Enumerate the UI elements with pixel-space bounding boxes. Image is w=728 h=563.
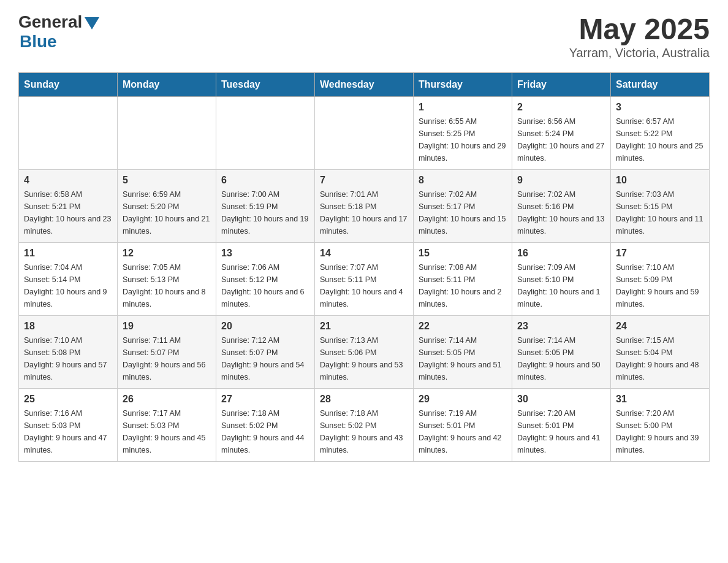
- logo-general-text: General: [18, 12, 82, 32]
- day-info: Sunrise: 7:14 AMSunset: 5:05 PMDaylight:…: [419, 334, 507, 383]
- day-number: 3: [616, 102, 704, 113]
- day-number: 23: [517, 321, 605, 332]
- calendar-cell: 24Sunrise: 7:15 AMSunset: 5:04 PMDayligh…: [611, 316, 710, 389]
- day-number: 19: [123, 321, 211, 332]
- day-info: Sunrise: 7:20 AMSunset: 5:00 PMDaylight:…: [616, 407, 704, 456]
- month-year-title: May 2025: [569, 12, 710, 46]
- calendar-cell: 16Sunrise: 7:09 AMSunset: 5:10 PMDayligh…: [512, 243, 611, 316]
- calendar-day-header: Tuesday: [216, 73, 315, 97]
- day-info: Sunrise: 7:17 AMSunset: 5:03 PMDaylight:…: [123, 407, 211, 456]
- calendar-cell: 1Sunrise: 6:55 AMSunset: 5:25 PMDaylight…: [414, 97, 512, 170]
- day-number: 14: [320, 248, 408, 259]
- logo-triangle-icon: [85, 17, 99, 29]
- calendar-cell: 18Sunrise: 7:10 AMSunset: 5:08 PMDayligh…: [19, 316, 118, 389]
- day-number: 18: [24, 321, 112, 332]
- calendar-cell: 25Sunrise: 7:16 AMSunset: 5:03 PMDayligh…: [19, 389, 118, 462]
- day-info: Sunrise: 7:16 AMSunset: 5:03 PMDaylight:…: [24, 407, 112, 456]
- day-info: Sunrise: 7:08 AMSunset: 5:11 PMDaylight:…: [419, 261, 507, 310]
- calendar-week-row: 11Sunrise: 7:04 AMSunset: 5:14 PMDayligh…: [19, 243, 710, 316]
- calendar-cell: 5Sunrise: 6:59 AMSunset: 5:20 PMDaylight…: [118, 170, 216, 243]
- day-number: 29: [419, 394, 507, 405]
- calendar-table: SundayMondayTuesdayWednesdayThursdayFrid…: [18, 72, 710, 462]
- day-number: 15: [419, 248, 507, 259]
- day-number: 22: [419, 321, 507, 332]
- day-number: 28: [320, 394, 408, 405]
- calendar-cell: 30Sunrise: 7:20 AMSunset: 5:01 PMDayligh…: [512, 389, 611, 462]
- calendar-cell: 2Sunrise: 6:56 AMSunset: 5:24 PMDaylight…: [512, 97, 611, 170]
- calendar-cell: [118, 97, 216, 170]
- day-info: Sunrise: 7:18 AMSunset: 5:02 PMDaylight:…: [221, 407, 309, 456]
- calendar-cell: 19Sunrise: 7:11 AMSunset: 5:07 PMDayligh…: [118, 316, 216, 389]
- day-number: 26: [123, 394, 211, 405]
- calendar-cell: [216, 97, 315, 170]
- day-info: Sunrise: 7:03 AMSunset: 5:15 PMDaylight:…: [616, 188, 704, 237]
- day-info: Sunrise: 7:13 AMSunset: 5:06 PMDaylight:…: [320, 334, 408, 383]
- day-info: Sunrise: 7:15 AMSunset: 5:04 PMDaylight:…: [616, 334, 704, 383]
- day-number: 12: [123, 248, 211, 259]
- calendar-day-header: Monday: [118, 73, 216, 97]
- day-info: Sunrise: 7:20 AMSunset: 5:01 PMDaylight:…: [517, 407, 605, 456]
- day-number: 6: [221, 175, 309, 186]
- calendar-cell: 11Sunrise: 7:04 AMSunset: 5:14 PMDayligh…: [19, 243, 118, 316]
- day-info: Sunrise: 7:18 AMSunset: 5:02 PMDaylight:…: [320, 407, 408, 456]
- calendar-day-header: Wednesday: [315, 73, 414, 97]
- calendar-cell: [19, 97, 118, 170]
- day-number: 8: [419, 175, 507, 186]
- day-number: 13: [221, 248, 309, 259]
- day-number: 16: [517, 248, 605, 259]
- calendar-cell: 3Sunrise: 6:57 AMSunset: 5:22 PMDaylight…: [611, 97, 710, 170]
- logo: General Blue: [18, 12, 99, 52]
- day-number: 30: [517, 394, 605, 405]
- day-info: Sunrise: 6:59 AMSunset: 5:20 PMDaylight:…: [123, 188, 211, 237]
- day-info: Sunrise: 7:10 AMSunset: 5:08 PMDaylight:…: [24, 334, 112, 383]
- day-number: 4: [24, 175, 112, 186]
- calendar-day-header: Saturday: [611, 73, 710, 97]
- calendar-day-header: Thursday: [414, 73, 512, 97]
- location-subtitle: Yarram, Victoria, Australia: [569, 46, 710, 60]
- calendar-cell: 23Sunrise: 7:14 AMSunset: 5:05 PMDayligh…: [512, 316, 611, 389]
- day-number: 9: [517, 175, 605, 186]
- day-number: 25: [24, 394, 112, 405]
- page-header: General Blue May 2025 Yarram, Victoria, …: [18, 12, 710, 60]
- calendar-cell: 17Sunrise: 7:10 AMSunset: 5:09 PMDayligh…: [611, 243, 710, 316]
- calendar-cell: 28Sunrise: 7:18 AMSunset: 5:02 PMDayligh…: [315, 389, 414, 462]
- calendar-week-row: 1Sunrise: 6:55 AMSunset: 5:25 PMDaylight…: [19, 97, 710, 170]
- calendar-cell: 7Sunrise: 7:01 AMSunset: 5:18 PMDaylight…: [315, 170, 414, 243]
- day-number: 21: [320, 321, 408, 332]
- calendar-cell: [315, 97, 414, 170]
- calendar-week-row: 18Sunrise: 7:10 AMSunset: 5:08 PMDayligh…: [19, 316, 710, 389]
- day-info: Sunrise: 7:00 AMSunset: 5:19 PMDaylight:…: [221, 188, 309, 237]
- day-info: Sunrise: 7:02 AMSunset: 5:17 PMDaylight:…: [419, 188, 507, 237]
- calendar-cell: 12Sunrise: 7:05 AMSunset: 5:13 PMDayligh…: [118, 243, 216, 316]
- day-number: 20: [221, 321, 309, 332]
- day-info: Sunrise: 6:55 AMSunset: 5:25 PMDaylight:…: [419, 115, 507, 164]
- calendar-cell: 15Sunrise: 7:08 AMSunset: 5:11 PMDayligh…: [414, 243, 512, 316]
- calendar-cell: 31Sunrise: 7:20 AMSunset: 5:00 PMDayligh…: [611, 389, 710, 462]
- day-number: 2: [517, 102, 605, 113]
- day-number: 5: [123, 175, 211, 186]
- day-number: 7: [320, 175, 408, 186]
- calendar-cell: 4Sunrise: 6:58 AMSunset: 5:21 PMDaylight…: [19, 170, 118, 243]
- calendar-cell: 20Sunrise: 7:12 AMSunset: 5:07 PMDayligh…: [216, 316, 315, 389]
- day-info: Sunrise: 7:10 AMSunset: 5:09 PMDaylight:…: [616, 261, 704, 310]
- calendar-cell: 22Sunrise: 7:14 AMSunset: 5:05 PMDayligh…: [414, 316, 512, 389]
- day-info: Sunrise: 7:09 AMSunset: 5:10 PMDaylight:…: [517, 261, 605, 310]
- day-info: Sunrise: 6:58 AMSunset: 5:21 PMDaylight:…: [24, 188, 112, 237]
- day-number: 27: [221, 394, 309, 405]
- day-number: 1: [419, 102, 507, 113]
- day-number: 31: [616, 394, 704, 405]
- day-number: 24: [616, 321, 704, 332]
- day-info: Sunrise: 7:14 AMSunset: 5:05 PMDaylight:…: [517, 334, 605, 383]
- day-info: Sunrise: 7:12 AMSunset: 5:07 PMDaylight:…: [221, 334, 309, 383]
- day-info: Sunrise: 7:06 AMSunset: 5:12 PMDaylight:…: [221, 261, 309, 310]
- calendar-cell: 13Sunrise: 7:06 AMSunset: 5:12 PMDayligh…: [216, 243, 315, 316]
- day-info: Sunrise: 7:02 AMSunset: 5:16 PMDaylight:…: [517, 188, 605, 237]
- calendar-cell: 6Sunrise: 7:00 AMSunset: 5:19 PMDaylight…: [216, 170, 315, 243]
- day-number: 17: [616, 248, 704, 259]
- calendar-day-header: Sunday: [19, 73, 118, 97]
- calendar-week-row: 25Sunrise: 7:16 AMSunset: 5:03 PMDayligh…: [19, 389, 710, 462]
- calendar-day-header: Friday: [512, 73, 611, 97]
- day-info: Sunrise: 7:19 AMSunset: 5:01 PMDaylight:…: [419, 407, 507, 456]
- day-info: Sunrise: 7:05 AMSunset: 5:13 PMDaylight:…: [123, 261, 211, 310]
- day-info: Sunrise: 7:07 AMSunset: 5:11 PMDaylight:…: [320, 261, 408, 310]
